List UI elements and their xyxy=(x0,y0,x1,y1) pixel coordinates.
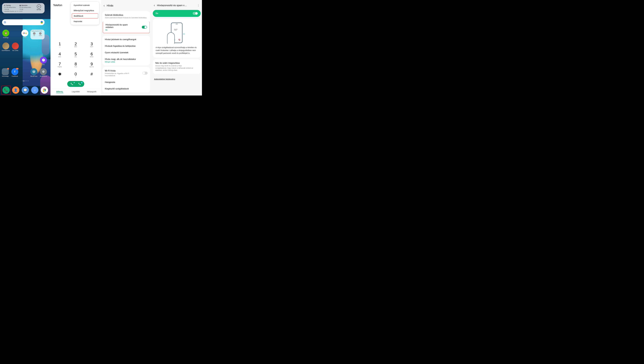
callerid-description: A Hiya szolgáltatással azonosíthatja a k… xyxy=(155,46,198,55)
item-supplementary[interactable]: Kiegészítő szolgáltatások xyxy=(102,86,150,92)
key-8[interactable]: 8TUV xyxy=(68,60,84,70)
key-5[interactable]: 5JKL xyxy=(68,50,84,60)
key-1[interactable]: 1⌕⌕ xyxy=(52,40,68,50)
app-ebay[interactable]: ebay eBay xyxy=(20,30,30,38)
call-settings-screen: ‹ Hívás Számok blokkolása Adott számokró… xyxy=(101,0,152,96)
facebook-icon: f14 xyxy=(11,68,18,75)
menu-speed-dial[interactable]: Gyorshívó számok xyxy=(71,2,99,8)
tab-recents[interactable]: Legutóbbi xyxy=(68,90,84,93)
back-button[interactable]: ‹ xyxy=(154,3,155,7)
callerid-screen: ‹ Hívóazonosító és spam v… ⋮ Be 012-345-… xyxy=(152,0,202,96)
phone-outline-icon: 012-345-67890 📞 📞 xyxy=(171,22,183,43)
svg-point-3 xyxy=(44,90,45,90)
key-0[interactable]: 0+ xyxy=(68,70,84,80)
storage-widget[interactable]: ◔Tárhely ▦Memória ⟳ OPTIM. 127 GB felhas… xyxy=(2,3,45,14)
mic-icon[interactable] xyxy=(41,21,43,24)
gear-icon: ⚙ xyxy=(40,68,47,75)
master-toggle-row[interactable]: Be xyxy=(153,10,201,17)
badge: 14 xyxy=(16,68,19,70)
optimize-label: OPTIM. xyxy=(37,9,41,10)
item-quick-reject[interactable]: Gyors elutasító üzenetek xyxy=(102,49,150,56)
menu-settings[interactable]: Beállítások xyxy=(72,14,98,18)
badge: 9 xyxy=(7,68,9,70)
dominations-icon xyxy=(2,42,9,50)
item-call-answer[interactable]: Hívások fogadása és befejezése xyxy=(102,43,150,49)
vibration-icon xyxy=(183,33,185,35)
toggle-label: Be xyxy=(156,12,158,15)
ebay-icon: ebay xyxy=(21,30,28,36)
callerid-info-card: 012-345-67890 📞 📞 A Hiya szolgáltatással… xyxy=(153,19,201,58)
tab-keypad[interactable]: Billenty. xyxy=(52,90,68,93)
key-7[interactable]: 7PQRS xyxy=(52,60,68,70)
folder-icon: 9 xyxy=(2,68,9,75)
settings-group-2: Hívási jelzések és csengőhangok Hívások … xyxy=(102,36,150,66)
settings-header: ‹ Hívás xyxy=(101,0,152,11)
phone-app[interactable]: 📞 xyxy=(3,86,10,94)
settings-group-1: Számok blokkolása Adott számokról érkező… xyxy=(102,11,150,34)
item-callerid-spam[interactable]: Hívóazonosító és spam védelem Be xyxy=(103,22,150,33)
call-sim2-button[interactable] xyxy=(75,81,84,87)
google-search-bar[interactable]: G xyxy=(2,19,45,25)
refresh-icon: ⟳ xyxy=(37,4,41,8)
app-nolimits[interactable]: No Limits xyxy=(11,42,20,51)
back-button[interactable]: ‹ xyxy=(104,4,105,8)
last-update: Legutóbbi frissítés: júl. 11. 15:52 xyxy=(4,11,34,12)
dialer-tabs: Billenty. Legutóbbi Névjegyzék xyxy=(52,89,100,94)
memory-heading: ▦Memória xyxy=(20,4,34,6)
dock: 📞 👤 💬 ♪ xyxy=(0,86,51,94)
settings-group-3: Wi-Fi-hívás Hívásindítás és -fogadás a W… xyxy=(102,67,150,92)
menu-contact[interactable]: Kapcsolat xyxy=(71,19,99,24)
app-duolingo[interactable]: 🦉 Duolingo xyxy=(1,30,11,38)
app-dominations[interactable]: DomiNations xyxy=(1,42,11,51)
decline-icon: 📞 xyxy=(178,38,181,41)
messages-app[interactable]: 💬 xyxy=(22,86,29,94)
key-hash[interactable]: # xyxy=(84,70,100,80)
app-facebook[interactable]: f14 Facebook xyxy=(10,68,20,77)
key-star[interactable]: ✱ xyxy=(52,70,68,80)
app-wordpress[interactable]: Ⓦ WordPress xyxy=(29,68,39,77)
contacts-app[interactable]: 👤 xyxy=(12,86,19,94)
nfs-icon xyxy=(12,42,19,50)
item-call-display[interactable]: Hívás megj. alk.ok használatakor Előugró… xyxy=(102,56,150,65)
item-block-numbers[interactable]: Számok blokkolása Adott számokról érkező… xyxy=(102,12,150,21)
item-wifi-calling[interactable]: Wi-Fi-hívás Hívásindítás és -fogadás a W… xyxy=(102,68,150,79)
item-voicemail[interactable]: Hangposta xyxy=(102,79,150,86)
page-indicator xyxy=(22,80,29,81)
key-4[interactable]: 4GHI xyxy=(52,50,68,60)
memory-used: 4,9 GB felhasználva xyxy=(20,6,34,8)
clock-icon: 🕐 xyxy=(40,57,47,64)
app-row-4: 9 Közösségi f14 Facebook Ⓦ WordPress ⚙ B… xyxy=(0,68,51,77)
app-community-folder[interactable]: 9 Közösségi xyxy=(1,68,10,77)
app-settings[interactable]: ⚙ Beállítások xyxy=(39,68,48,77)
item-call-alerts[interactable]: Hívási jelzések és csengőhangok xyxy=(102,36,150,43)
sim2-indicator xyxy=(81,82,83,83)
key-9[interactable]: 9WXYZ xyxy=(84,60,100,70)
privacy-notice-link[interactable]: Adatvédelmi közlemény xyxy=(152,76,202,83)
key-6[interactable]: 6MNO xyxy=(84,50,100,60)
callerid-toggle[interactable] xyxy=(142,26,147,28)
key-3[interactable]: 3DEF xyxy=(84,40,100,50)
tab-contacts[interactable]: Névjegyzék xyxy=(84,90,100,93)
home-screen: ◔Tárhely ▦Memória ⟳ OPTIM. 127 GB felhas… xyxy=(0,0,51,96)
chrome-icon xyxy=(42,88,47,92)
duolingo-icon: 🦉 xyxy=(2,30,9,36)
master-toggle[interactable] xyxy=(193,12,198,15)
music-app[interactable]: ♪ xyxy=(31,86,38,94)
more-menu-button[interactable]: ⋮ xyxy=(197,4,200,7)
storage-total: / 128 GB xyxy=(4,8,19,10)
storage-icon: ◔ xyxy=(4,4,5,6)
wifi-calling-toggle[interactable] xyxy=(143,72,148,74)
settings-title: Hívás xyxy=(107,4,113,7)
hand-icon xyxy=(167,32,175,44)
memory-total: / 8 GB xyxy=(20,8,34,10)
optimize-button[interactable]: ⟳ OPTIM. xyxy=(35,4,43,10)
dialer-screen: Telefon Gyorshívó számok Billentyűzet me… xyxy=(51,0,101,96)
app-row-2: DomiNations No Limits xyxy=(0,42,51,51)
app-clock[interactable]: 🕐 Óra xyxy=(39,57,48,66)
share-name-number-item[interactable]: Név és szám megosztása Ossza meg nevét é… xyxy=(153,59,201,74)
chrome-app[interactable] xyxy=(41,86,48,94)
key-2[interactable]: 2ABC xyxy=(68,40,84,50)
menu-open-keypad[interactable]: Billentyűzet megnyitása xyxy=(71,8,99,13)
call-buttons xyxy=(52,81,100,87)
phone-icon xyxy=(78,82,81,85)
